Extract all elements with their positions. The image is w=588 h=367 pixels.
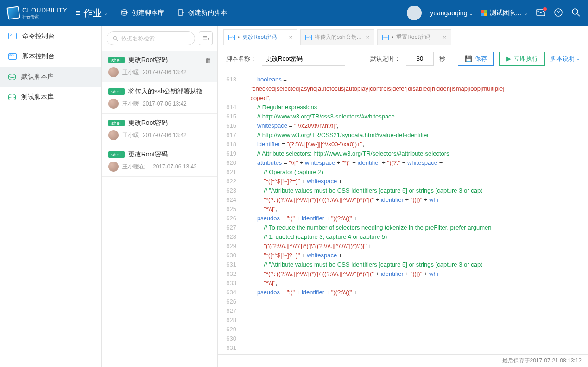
script-icon [8, 53, 17, 60]
editor-area: </>•更改Root密码×</>将传入的ssh公钥...×</>•重置Root密… [218, 26, 588, 367]
author-avatar [108, 162, 119, 172]
help-button[interactable]: ? [554, 8, 563, 19]
user-avatar[interactable] [407, 6, 422, 20]
script-list-item[interactable]: shell更改Root密码 🗑 王小暖2017-07-06 13:42 [102, 51, 217, 82]
chevron-down-icon: ⌄ [469, 11, 473, 16]
last-saved-text: 最后保存于2017-07-21 08:13:12 [502, 357, 582, 365]
svg-point-0 [122, 10, 126, 12]
nav-item-label: 默认脚本库 [21, 73, 54, 81]
team-icon [481, 10, 487, 16]
file-plus-icon [177, 9, 185, 17]
script-list-item[interactable]: shell更改Root密码 王小暖2017-07-06 13:42 [102, 114, 217, 145]
search-icon [113, 36, 119, 42]
author-name: 王小暖在... [122, 163, 149, 171]
script-time: 2017-07-06 13:42 [143, 69, 187, 75]
nav-item-label: 命令控制台 [22, 32, 55, 40]
notification-dot-icon [543, 7, 547, 12]
job-dropdown[interactable]: 作业 [83, 7, 102, 19]
help-icon: ? [554, 8, 563, 17]
brand-logo[interactable]: CLOUDBILITY 行云管家 [7, 6, 67, 20]
author-avatar [108, 130, 119, 140]
code-icon: </> [305, 35, 312, 40]
create-script-button[interactable]: 创建新的脚本 [177, 9, 227, 17]
logo-icon [6, 6, 20, 19]
filter-button[interactable]: ☰▾ [199, 31, 213, 45]
nav-item-db[interactable]: 默认脚本库 [0, 67, 101, 87]
script-title: 更改Root密码 [128, 119, 168, 126]
editor-tab[interactable]: </>将传入的ssh公钥...× [300, 29, 374, 45]
search-input[interactable]: 依据名称检索 [107, 31, 195, 45]
timeout-input[interactable] [406, 52, 434, 66]
run-button[interactable]: ▶立即执行 [499, 52, 545, 66]
code-editor[interactable]: booleans = "checked|selected|async|autof… [240, 72, 588, 354]
script-list-item[interactable]: shell将传入的ssh公钥部署从指... 王小暖2017-07-06 13:4… [102, 82, 217, 114]
code-icon: </> [382, 35, 389, 40]
dirty-dot-icon: • [392, 34, 393, 41]
author-name: 王小暖 [122, 131, 139, 139]
create-library-button[interactable]: 创建脚本库 [120, 9, 164, 17]
script-name-input[interactable] [262, 52, 345, 66]
search-icon [571, 8, 581, 17]
svg-point-11 [113, 36, 117, 40]
notifications-button[interactable] [536, 9, 545, 18]
close-icon[interactable]: × [366, 34, 369, 41]
menu-icon[interactable]: ≡ [76, 8, 81, 18]
author-name: 王小暖 [122, 100, 139, 108]
tab-label: 更改Root密码 [242, 33, 276, 41]
editor-toolbar: 脚本名称： 默认超时： 秒 💾保存 ▶立即执行 脚本说明 ⌄ [218, 45, 588, 72]
script-time: 2017-07-06 13:42 [143, 100, 187, 107]
left-nav: 命令控制台脚本控制台默认脚本库测试脚本库 [0, 26, 102, 367]
close-icon[interactable]: × [289, 34, 292, 41]
svg-line-10 [577, 14, 580, 16]
dirty-dot-icon: • [238, 34, 240, 41]
nav-item-label: 测试脚本库 [21, 93, 54, 101]
editor-tabs: </>•更改Root密码×</>将传入的ssh公钥...×</>•重置Root密… [218, 26, 588, 45]
editor-tab[interactable]: </>•重置Root密码× [377, 29, 451, 45]
save-button[interactable]: 💾保存 [458, 52, 494, 66]
script-time: 2017-07-06 13:42 [153, 163, 197, 170]
script-list-panel: 依据名称检索 ☰▾ shell更改Root密码 🗑 王小暖2017-07-06 … [102, 26, 218, 367]
close-icon[interactable]: × [443, 34, 446, 41]
brand-name: CLOUDBILITY [22, 6, 67, 14]
team-menu[interactable]: 测试团队... ⌄ [481, 9, 528, 17]
author-name: 王小暖 [122, 68, 139, 76]
chevron-down-icon: ⌄ [524, 11, 528, 16]
top-bar: CLOUDBILITY 行云管家 ≡ 作业 ⌄ 创建脚本库 创建新的脚本 yua… [0, 0, 588, 26]
name-label: 脚本名称： [226, 55, 256, 63]
script-desc-link[interactable]: 脚本说明 ⌄ [550, 55, 580, 63]
save-icon: 💾 [465, 55, 472, 62]
timeout-label: 默认超时： [370, 55, 400, 63]
brand-sub: 行云管家 [22, 14, 67, 20]
lang-badge: shell [108, 120, 125, 126]
search-button[interactable] [571, 8, 581, 19]
line-gutter: 613 614615616617618619620621622623624625… [218, 72, 240, 354]
db-icon [8, 94, 16, 100]
script-time: 2017-07-06 13:42 [143, 132, 187, 138]
script-title: 将传入的ssh公钥部署从指... [128, 87, 209, 95]
tab-label: 将传入的ssh公钥... [315, 33, 361, 41]
tab-label: 重置Root密码 [396, 33, 430, 41]
timeout-unit: 秒 [439, 55, 445, 63]
filter-icon: ☰▾ [202, 35, 209, 42]
script-title: 更改Root密码 [128, 150, 168, 158]
nav-item-label: 脚本控制台 [22, 52, 55, 61]
nav-item-db[interactable]: 测试脚本库 [0, 87, 101, 107]
user-menu[interactable]: yuangaoqing ⌄ [430, 9, 473, 17]
lang-badge: shell [108, 57, 125, 63]
script-list-item[interactable]: shell更改Root密码 王小暖在...2017-07-06 13:42 [102, 145, 217, 177]
database-icon [120, 9, 129, 17]
svg-line-12 [116, 39, 118, 41]
lang-badge: shell [108, 151, 125, 158]
delete-icon[interactable]: 🗑 [205, 56, 212, 64]
svg-text:?: ? [557, 10, 560, 15]
lang-badge: shell [108, 88, 125, 95]
nav-item-cmd[interactable]: 命令控制台 [0, 26, 101, 46]
cmd-icon [8, 33, 17, 39]
script-title: 更改Root密码 [128, 56, 168, 63]
nav-item-script[interactable]: 脚本控制台 [0, 46, 101, 67]
chevron-down-icon: ⌄ [576, 56, 580, 61]
svg-point-9 [572, 9, 578, 14]
editor-tab[interactable]: </>•更改Root密码× [223, 29, 297, 45]
status-bar: 最后保存于2017-07-21 08:13:12 [218, 354, 588, 367]
play-icon: ▶ [506, 55, 511, 62]
